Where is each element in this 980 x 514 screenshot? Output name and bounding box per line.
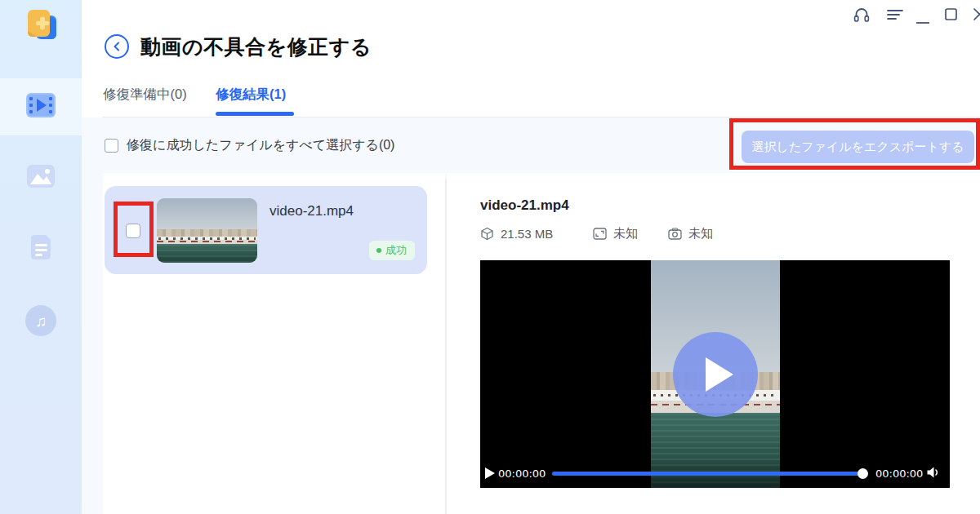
status-badge: 成功	[369, 241, 415, 260]
status-dot-icon	[376, 248, 381, 253]
meta-camera-value: 未知	[688, 226, 713, 241]
active-tab-underline	[216, 112, 294, 116]
status-text: 成功	[385, 243, 407, 258]
minimize-icon[interactable]	[916, 13, 929, 28]
meta-file-size: 21.53 MB	[480, 227, 593, 241]
close-icon[interactable]	[973, 8, 980, 24]
sidebar-item-file-repair[interactable]	[0, 220, 82, 277]
video-thumbnail	[157, 198, 257, 263]
annotation-box-file-checkbox	[114, 202, 154, 257]
progress-bar[interactable]	[552, 472, 863, 476]
preview-file-title: video-21.mp4	[480, 197, 569, 214]
page-title: 動画の不具合を修正する	[140, 33, 372, 60]
meta-resolution-value: 未知	[613, 226, 638, 241]
sidebar-item-video-repair[interactable]	[0, 78, 82, 135]
sidebar-item-audio-repair[interactable]: ♫	[0, 292, 82, 349]
annotation-box-export-button	[729, 118, 980, 170]
menu-icon[interactable]	[887, 9, 903, 24]
meta-file-size-value: 21.53 MB	[501, 227, 553, 241]
window-controls	[0, 5, 980, 24]
back-button[interactable]	[105, 34, 129, 59]
chevron-left-icon	[112, 42, 122, 51]
audio-repair-icon: ♫	[25, 305, 56, 336]
file-name: video-21.mp4	[270, 203, 354, 219]
headset-icon[interactable]	[853, 7, 871, 26]
resolution-icon	[593, 228, 607, 240]
sidebar: ♫	[0, 0, 82, 514]
total-time: 00:00:00	[875, 467, 923, 480]
file-size-icon	[480, 227, 494, 241]
player-play-icon[interactable]	[485, 467, 495, 479]
video-player[interactable]: 00:00:00 00:00:00	[480, 260, 950, 488]
video-repair-icon	[24, 91, 57, 122]
progress-handle[interactable]	[858, 468, 868, 479]
play-icon	[706, 357, 733, 392]
file-repair-icon	[28, 233, 54, 265]
maximize-icon[interactable]	[945, 8, 957, 24]
photo-repair-icon	[25, 163, 56, 193]
play-button[interactable]	[673, 332, 758, 417]
select-all-checkbox[interactable]	[105, 139, 118, 153]
select-all-label: 修復に成功したファイルをすべて選択する(0)	[127, 137, 394, 154]
current-time: 00:00:00	[498, 467, 546, 480]
player-controls: 00:00:00 00:00:00	[480, 459, 950, 488]
meta-camera: 未知	[668, 226, 713, 241]
sidebar-item-photo-repair[interactable]	[0, 149, 82, 206]
select-all-row: 修復に成功したファイルをすべて選択する(0)	[105, 137, 394, 154]
meta-resolution: 未知	[593, 226, 668, 241]
tab-repair-preparing[interactable]: 修復準備中(0)	[103, 86, 187, 104]
camera-icon	[668, 228, 682, 240]
tab-repair-results[interactable]: 修復結果(1)	[216, 86, 286, 104]
file-meta-row: 21.53 MB 未知 未知	[480, 226, 713, 241]
volume-icon[interactable]	[926, 466, 940, 482]
